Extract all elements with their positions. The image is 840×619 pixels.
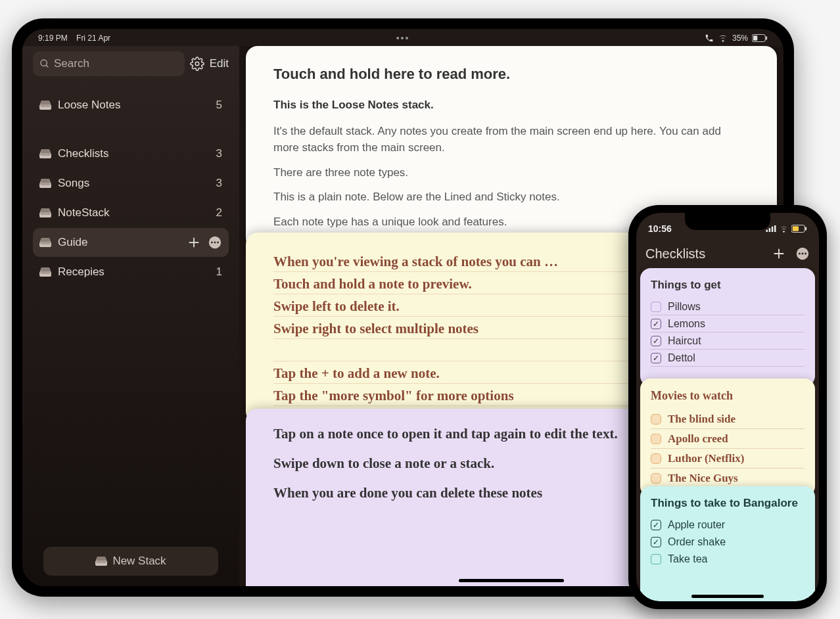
status-time: 10:56 — [648, 223, 672, 234]
iphone-device: 10:56 Checklists Things to get Pillows ✓… — [628, 205, 827, 609]
stack-icon — [39, 179, 51, 188]
settings-button[interactable] — [190, 57, 204, 71]
multitask-dots-icon[interactable]: ••• — [396, 33, 410, 43]
sidebar-item-count: 3 — [216, 147, 222, 160]
notch — [685, 213, 770, 230]
sidebar-item-loose-notes[interactable]: Loose Notes 5 — [33, 91, 229, 120]
battery-icon — [752, 34, 768, 42]
sidebar-item-label: Guide — [58, 236, 87, 249]
gear-icon — [190, 57, 204, 71]
checkbox-icon[interactable] — [651, 302, 661, 312]
more-icon — [208, 235, 222, 250]
list-item[interactable]: ✓Dettol — [651, 350, 805, 367]
wifi-icon — [779, 225, 789, 233]
svg-rect-17 — [41, 208, 50, 212]
sidebar-item-guide[interactable]: Guide — [33, 228, 229, 257]
sidebar-item-count: 1 — [216, 265, 222, 279]
sidebar-item-recepies[interactable]: Recepies 1 — [33, 258, 229, 287]
item-label: Luthor (Netflix) — [668, 452, 744, 465]
svg-rect-36 — [774, 225, 776, 232]
plus-icon — [187, 235, 201, 250]
sidebar-item-count: 2 — [216, 206, 222, 219]
list-item[interactable]: ✓Haircut — [651, 332, 805, 350]
note-plain-p2: There are three note types. — [273, 164, 749, 181]
checkbox-icon[interactable]: ✓ — [651, 319, 661, 329]
svg-point-5 — [195, 62, 199, 66]
stack-icon — [39, 267, 51, 277]
svg-rect-38 — [793, 226, 799, 231]
note-plain-heading: This is the Loose Notes stack. — [273, 97, 749, 114]
list-item[interactable]: ✓Order shake — [651, 534, 805, 551]
new-stack-button[interactable]: New Stack — [43, 547, 218, 576]
search-placeholder: Search — [54, 57, 89, 70]
checkbox-icon[interactable] — [651, 414, 661, 424]
list-item[interactable]: The blind side — [651, 409, 805, 429]
svg-rect-11 — [41, 149, 50, 153]
stack-icon — [39, 149, 51, 158]
svg-point-44 — [802, 253, 804, 255]
checkbox-icon[interactable]: ✓ — [651, 353, 661, 363]
home-indicator[interactable] — [459, 579, 564, 582]
iphone-screen: 10:56 Checklists Things to get Pillows ✓… — [636, 213, 819, 601]
home-indicator[interactable] — [691, 595, 764, 598]
sidebar-item-label: Checklists — [58, 147, 108, 160]
list-item[interactable]: Apollo creed — [651, 429, 805, 449]
checkbox-icon[interactable] — [651, 453, 661, 464]
more-button[interactable] — [208, 235, 222, 250]
svg-rect-39 — [805, 227, 806, 231]
svg-point-25 — [214, 242, 216, 244]
search-input[interactable]: Search — [33, 51, 185, 76]
list-item[interactable]: The Nice Guys — [651, 469, 805, 488]
sidebar-item-notestack[interactable]: NoteStack 2 — [33, 198, 229, 227]
list-item[interactable]: ✓Lemons — [651, 315, 805, 332]
item-label: Haircut — [668, 335, 701, 347]
svg-rect-33 — [766, 230, 768, 232]
battery-pct: 35% — [732, 34, 748, 43]
list-item[interactable]: Pillows — [651, 298, 805, 315]
svg-rect-35 — [772, 227, 774, 232]
svg-rect-8 — [41, 101, 50, 104]
sidebar-item-label: NoteStack — [58, 206, 109, 219]
item-label: The blind side — [668, 413, 735, 426]
header: Checklists — [636, 239, 819, 268]
checklist-content: Things to get Pillows ✓Lemons ✓Haircut ✓… — [636, 268, 819, 601]
status-right — [766, 225, 807, 233]
sidebar-item-count: 3 — [216, 177, 222, 190]
wifi-icon — [718, 34, 728, 42]
sidebar-item-label: Loose Notes — [58, 99, 120, 112]
sidebar-item-songs[interactable]: Songs 3 — [33, 169, 229, 198]
add-note-button[interactable] — [187, 235, 201, 250]
checkbox-icon[interactable]: ✓ — [651, 537, 661, 547]
svg-line-4 — [46, 65, 48, 67]
list-item[interactable]: ✓Apple router — [651, 516, 805, 534]
svg-rect-20 — [41, 238, 50, 242]
stack-icon — [39, 208, 51, 218]
card-things-to-get[interactable]: Things to get Pillows ✓Lemons ✓Haircut ✓… — [640, 268, 815, 386]
checkbox-icon[interactable] — [651, 473, 661, 484]
item-label: Take tea — [668, 553, 707, 565]
svg-rect-29 — [41, 267, 50, 271]
stack-icon — [39, 101, 51, 110]
battery-icon — [791, 225, 807, 233]
card-things-to-take[interactable]: Things to take to Bangalore ✓Apple route… — [640, 486, 815, 601]
edit-button[interactable]: Edit — [210, 57, 229, 70]
checkbox-icon[interactable] — [651, 434, 661, 444]
svg-rect-32 — [97, 557, 106, 561]
checkbox-icon[interactable]: ✓ — [651, 336, 661, 346]
sidebar-item-checklists[interactable]: Checklists 3 — [33, 139, 229, 168]
card-title: Movies to watch — [651, 389, 805, 403]
item-label: Lemons — [668, 318, 705, 330]
svg-point-3 — [41, 60, 47, 66]
svg-rect-1 — [753, 35, 757, 40]
checkbox-icon[interactable]: ✓ — [651, 520, 661, 530]
sidebar: Search Edit Loose Notes 5 Chec — [22, 46, 239, 586]
card-movies-to-watch[interactable]: Movies to watch The blind side Apollo cr… — [640, 378, 815, 497]
list-item[interactable]: Take tea — [651, 551, 805, 568]
item-label: Apple router — [668, 519, 725, 531]
more-button[interactable] — [795, 246, 810, 261]
header-title: Checklists — [645, 246, 705, 262]
add-button[interactable] — [772, 246, 786, 261]
svg-rect-34 — [769, 228, 771, 232]
list-item[interactable]: Luthor (Netflix) — [651, 449, 805, 469]
checkbox-icon[interactable] — [651, 554, 661, 564]
